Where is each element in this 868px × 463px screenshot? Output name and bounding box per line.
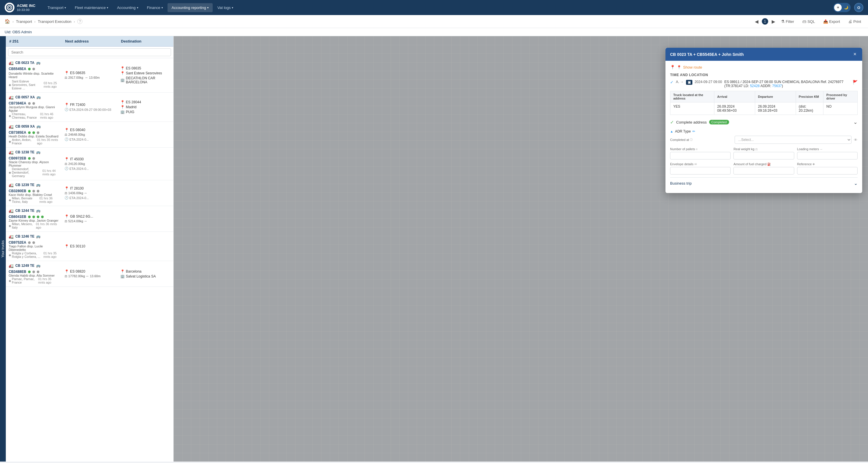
business-trip-header[interactable]: Business trip ⌄ (670, 181, 858, 186)
adr-type-edit-icon[interactable]: ✏ (692, 129, 695, 133)
pallets-input[interactable] (670, 152, 731, 159)
form-row-2: Envelope details ✉ Amount of fuel charge… (670, 162, 858, 175)
table-row[interactable]: 🚛 CB 1246 TE 🚌 CB9752EA Tiago Fallon dis… (6, 232, 173, 261)
eye-icon[interactable]: 👁 (854, 138, 858, 142)
print-button[interactable]: 🖨 Print (846, 18, 863, 25)
table-row[interactable]: 🚛 CB 0059 XA 🚌 CB7385EA Heath Dobbs disp… (6, 122, 173, 148)
timeline-date: 2024-09-27 09:00 (695, 80, 722, 84)
reference-info: ✱ (812, 163, 815, 166)
logo-icon (5, 3, 14, 12)
detail-row: YES 26.09.2024 08:49:56+03 26.09.2024 09… (671, 102, 858, 115)
table-row[interactable]: 🚛 CB 1249 TE 🚌 CB3488EB Glenda Habib dis… (6, 261, 173, 287)
search-row (6, 47, 173, 58)
user-avatar[interactable]: O (854, 3, 863, 12)
completed-at-group: Completed at ⓘ (670, 138, 732, 142)
nav-accounting-reporting[interactable]: Accounting reporting ▾ (167, 3, 213, 12)
next-addr-2: 📍 FR 72400 🕐 ETA:2024-09-27 09:00:00+03 (62, 93, 118, 122)
table-row[interactable]: 🚛 CB 0023 TA 🚌 CB5545EA Donatello Winkle… (6, 58, 173, 93)
modal-header: CB 0023 TA + CB5545EA + John Smith × (665, 48, 862, 61)
truck-cell-1: 🚛 CB 0023 TA 🚌 CB5545EA Donatello Winkle… (6, 58, 62, 92)
dest-8: 📍 Barcelona 🏢 Salvat Logistica SA (118, 261, 173, 286)
main-nav-menu: Transport ▾ Fleet maintenance ▾ Accounti… (43, 3, 831, 12)
nav-fleet[interactable]: Fleet maintenance ▾ (71, 3, 112, 12)
home-icon[interactable]: 🏠 (5, 19, 10, 24)
col-arrival: Arrival (714, 91, 755, 102)
app-time: 10:33:00 (17, 8, 35, 11)
app-logo[interactable]: ACME INC 10:33:00 (5, 3, 35, 12)
main-content: Your trucks # 251 Next address Destinati… (0, 36, 868, 462)
truck-code-1: CB 0023 TA (16, 61, 34, 65)
modal-close-button[interactable]: × (852, 51, 858, 57)
reference-group: Reference ✱ (797, 162, 858, 175)
truck-list: 🚛 CB 0023 TA 🚌 CB5545EA Donatello Winkle… (6, 58, 173, 287)
nav-accounting[interactable]: Accounting ▾ (113, 3, 142, 12)
table-row[interactable]: 🚛 CB 1238 TE 🚌 CB0972EB Stacie Chancey d… (6, 148, 173, 180)
sql-button[interactable]: 🗃 SQL (800, 18, 817, 25)
help-icon[interactable]: ? (77, 19, 83, 24)
business-trip-expand: ⌄ (854, 181, 858, 186)
table-row[interactable]: 🚛 CB 1239 TE 🚌 CB3280EB Kace Holtz disp.… (6, 180, 173, 206)
expand-icon[interactable]: ⌄ (853, 119, 858, 125)
nav-finance[interactable]: Finance ▾ (143, 3, 167, 12)
weight-group: Real weight kg ⚖ (734, 147, 794, 159)
fuel-input[interactable] (734, 167, 794, 175)
right-panel: CB 0023 TA + CB5545EA + John Smith × 📍 S… (174, 36, 868, 462)
topnav-right: ☀ 🌙 O (833, 3, 863, 12)
pallets-info: ≡ (696, 148, 698, 151)
adr-select[interactable]: ...Select... (735, 136, 851, 144)
prev-page-icon[interactable]: ◀ (755, 19, 758, 24)
weight-input[interactable] (734, 152, 794, 159)
app-name: ACME INC (17, 3, 35, 8)
finance-caret: ▾ (161, 6, 163, 9)
truck-ids-2: 🚛 CB 0057 XA 🚌 CB7384EA (9, 95, 59, 105)
dest-7 (118, 232, 173, 261)
weight-info: ⚖ (755, 148, 758, 151)
show-route-button[interactable]: 📍 Show route (670, 65, 858, 69)
modal-title: CB 0023 TA + CB5545EA + John Smith (670, 52, 744, 57)
page-number[interactable]: 1 (762, 18, 768, 25)
table-row[interactable]: 🚛 CB 1244 TE 🚌 CB6041EB Zayne Kinney dis… (6, 206, 173, 232)
trailer-code-1: CB5545EA (9, 67, 26, 71)
pin-2: 📍 (64, 103, 69, 107)
nav-vat-logs[interactable]: Vat logs ▾ (213, 3, 237, 12)
top-navigation: ACME INC 10:33:00 Transport ▾ Fleet main… (0, 0, 868, 15)
loading-input[interactable] (797, 152, 858, 159)
truck-detail-modal: CB 0023 TA + CB5545EA + John Smith × 📍 S… (665, 48, 862, 193)
breadcrumb-sep-3: › (74, 20, 75, 24)
export-icon: 📤 (823, 19, 828, 24)
uid-value: OBS Admin (12, 30, 32, 34)
completed-at-row: Completed at ⓘ ...Select... 👁 (670, 136, 858, 144)
status-dot-2b (32, 102, 35, 105)
truck-vehicle-icon: 🚛 (9, 60, 13, 65)
pallets-label: Number of pallets ≡ (670, 147, 731, 151)
envelope-input[interactable] (670, 167, 731, 175)
reference-input[interactable] (797, 167, 858, 175)
next-addr-3: 📍 ES 08040 ⚖ 24648.00kg 🕐 ETA:2024-0... (62, 122, 118, 147)
truck-ids-3: 🚛 CB 0059 XA 🚌 CB7385EA (9, 124, 59, 134)
envelope-info: ✉ (694, 163, 697, 166)
business-trip-label: Business trip (670, 181, 691, 185)
cell-departure: 26.09.2024 09:16:26+03 (755, 102, 796, 115)
search-input[interactable] (8, 48, 171, 56)
sidebar-trucks-label[interactable]: Your trucks (0, 36, 6, 462)
theme-toggle[interactable]: ☀ 🌙 (833, 3, 850, 12)
cell-processed: NO (824, 102, 858, 115)
filter-button[interactable]: ⚗ Filter (779, 18, 797, 25)
breadcrumb-bar: 🏠 › Transport › Transport Execution › ? … (0, 15, 868, 28)
light-mode-button[interactable]: ☀ (834, 4, 842, 11)
breadcrumb-transport[interactable]: Transport (16, 20, 32, 24)
next-addr-1: 📍 ES 08635 ⚖ 2917.00kg ↔ 13.60m (62, 58, 118, 92)
breadcrumb-transport-execution[interactable]: Transport Execution (38, 20, 71, 24)
breadcrumb-sep-2: › (34, 20, 36, 24)
export-button[interactable]: 📤 Export (821, 18, 842, 25)
completed-at-label: Completed at ⓘ (670, 138, 732, 142)
dark-mode-button[interactable]: 🌙 (842, 4, 850, 11)
filter-icon: ⚗ (781, 19, 785, 24)
table-row[interactable]: 🚛 CB 0057 XA 🚌 CB7384EA Jacquelynn Murgu… (6, 93, 173, 122)
col-header-next: Next address (62, 36, 118, 46)
next-addr-6: 📍 GB SN12 6G... ⚖ 5214.00kg ↔ (62, 206, 118, 232)
nav-transport[interactable]: Transport ▾ (43, 3, 70, 12)
location-1: ◈ Sant Esteve Sesrovires, Sant Esteve ..… (9, 80, 59, 90)
next-page-icon[interactable]: ▶ (772, 19, 775, 24)
flag-icon: 🚩 (852, 80, 858, 85)
